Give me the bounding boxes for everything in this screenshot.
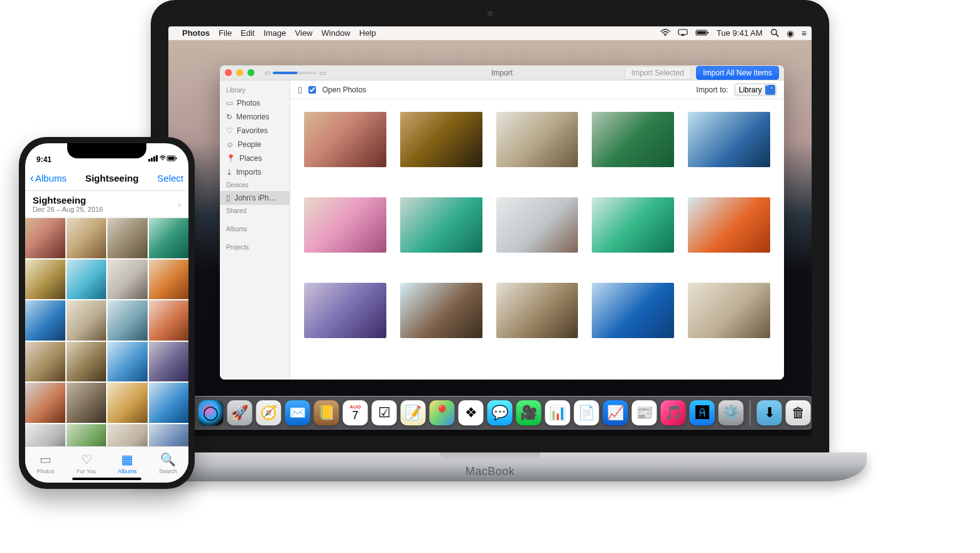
dock-facetime[interactable]: 🎥 bbox=[516, 400, 542, 425]
sidebar-section-projects[interactable]: Projects bbox=[220, 235, 290, 253]
open-photos-checkbox[interactable] bbox=[308, 86, 316, 94]
dock-downloads[interactable]: ⬇ bbox=[757, 400, 782, 425]
home-indicator[interactable] bbox=[72, 478, 141, 480]
photo-cell[interactable] bbox=[107, 424, 148, 447]
photo-cell[interactable] bbox=[149, 424, 189, 447]
sidebar-item-imports[interactable]: ⤓Imports bbox=[220, 165, 290, 179]
dock-messages[interactable]: 💬 bbox=[487, 400, 513, 425]
close-window-button[interactable] bbox=[225, 69, 232, 76]
photo-cell[interactable] bbox=[67, 260, 107, 300]
dock-appstore[interactable]: 🅰 bbox=[690, 400, 715, 425]
photo-cell[interactable] bbox=[107, 300, 148, 341]
dock-notes[interactable]: 📝 bbox=[401, 400, 426, 425]
import-thumbnail[interactable] bbox=[496, 283, 579, 338]
select-button[interactable]: Select bbox=[157, 173, 183, 183]
dock-photos[interactable]: ❖ bbox=[459, 400, 484, 425]
dock-contacts[interactable]: 📒 bbox=[314, 400, 339, 425]
tab-for-you[interactable]: ♡ For You bbox=[66, 447, 107, 479]
dock-trash[interactable]: 🗑 bbox=[786, 400, 811, 425]
import-thumbnail[interactable] bbox=[592, 112, 674, 167]
menubar-clock[interactable]: Tue 9:41 AM bbox=[717, 28, 763, 38]
photo-cell[interactable] bbox=[149, 383, 189, 423]
menubar-app-name[interactable]: Photos bbox=[182, 28, 210, 38]
menubar-item-image[interactable]: Image bbox=[263, 28, 286, 38]
dock-keynote[interactable]: 📈 bbox=[603, 400, 628, 425]
photo-cell[interactable] bbox=[149, 260, 189, 300]
sidebar-item-memories[interactable]: ↻Memories bbox=[220, 110, 290, 124]
dock-reminders[interactable]: ☑ bbox=[372, 400, 397, 425]
import-thumbnail[interactable] bbox=[304, 197, 386, 253]
menubar-item-file[interactable]: File bbox=[219, 28, 232, 38]
menubar-item-window[interactable]: Window bbox=[322, 28, 351, 38]
import-all-button[interactable]: Import All New Items bbox=[696, 66, 779, 80]
menubar-item-help[interactable]: Help bbox=[359, 28, 376, 38]
photo-cell[interactable] bbox=[25, 342, 65, 382]
fullscreen-window-button[interactable] bbox=[248, 69, 254, 76]
airplay-icon[interactable] bbox=[678, 29, 688, 38]
tab-search[interactable]: 🔍 Search bbox=[148, 447, 188, 479]
photo-cell[interactable] bbox=[67, 424, 107, 447]
photo-cell[interactable] bbox=[67, 218, 107, 258]
dock-safari[interactable]: 🧭 bbox=[256, 400, 281, 425]
thumbnail-size-slider[interactable]: ▭ ▭ bbox=[264, 68, 326, 77]
menubar-item-view[interactable]: View bbox=[295, 28, 313, 38]
tab-photos[interactable]: ▭ Photos bbox=[25, 447, 66, 479]
minimize-window-button[interactable] bbox=[236, 69, 243, 76]
spotlight-icon[interactable] bbox=[770, 28, 779, 38]
import-thumbnail[interactable] bbox=[304, 112, 386, 167]
siri-icon[interactable]: ◉ bbox=[787, 29, 794, 38]
import-thumbnail[interactable] bbox=[688, 283, 770, 338]
dock-pages[interactable]: 📄 bbox=[574, 400, 599, 425]
dock-preferences[interactable]: ⚙️ bbox=[719, 400, 744, 425]
photo-cell[interactable] bbox=[149, 218, 189, 258]
dock-itunes[interactable]: 🎵 bbox=[661, 400, 686, 425]
sidebar-item-places[interactable]: 📍Places bbox=[220, 151, 290, 165]
import-to-select[interactable]: Library bbox=[734, 84, 776, 96]
tab-albums[interactable]: ▦ Albums bbox=[107, 447, 148, 479]
photo-cell[interactable] bbox=[25, 218, 65, 258]
photo-cell[interactable] bbox=[107, 383, 148, 423]
dock-news[interactable]: 📰 bbox=[632, 400, 657, 425]
sidebar-item-device[interactable]: ▯John's iPh… bbox=[220, 191, 290, 205]
photo-cell[interactable] bbox=[67, 383, 107, 423]
import-selected-button[interactable]: Import Selected bbox=[624, 66, 691, 80]
sidebar-item-favorites[interactable]: ♡Favorites bbox=[220, 124, 290, 138]
photo-cell[interactable] bbox=[25, 300, 65, 341]
photo-cell[interactable] bbox=[25, 260, 65, 300]
photo-cell[interactable] bbox=[107, 342, 148, 382]
import-thumbnail[interactable] bbox=[400, 112, 482, 167]
control-center-icon[interactable]: ≡ bbox=[802, 29, 807, 38]
photo-cell[interactable] bbox=[25, 383, 65, 423]
back-button[interactable]: ‹ Albums bbox=[30, 172, 67, 185]
photo-cell[interactable] bbox=[107, 218, 148, 258]
album-header-row[interactable]: Sightseeing Dec 26 – Aug 25, 2016 › bbox=[25, 191, 188, 217]
battery-icon[interactable] bbox=[695, 29, 709, 38]
import-thumbnail[interactable] bbox=[496, 197, 579, 253]
window-titlebar[interactable]: ▭ ▭ Import Import Selected Import All Ne… bbox=[220, 65, 784, 80]
photo-cell[interactable] bbox=[107, 260, 148, 300]
import-thumbnail[interactable] bbox=[592, 197, 674, 253]
sidebar-section-albums[interactable]: Albums bbox=[220, 217, 290, 235]
import-thumbnail[interactable] bbox=[304, 283, 386, 338]
import-thumbnail[interactable] bbox=[688, 112, 770, 167]
photo-cell[interactable] bbox=[25, 424, 65, 447]
import-thumbnail[interactable] bbox=[400, 197, 482, 253]
sidebar-item-photos[interactable]: ▭Photos bbox=[220, 96, 290, 110]
dock-mail[interactable]: ✉️ bbox=[285, 400, 310, 425]
macos-dock[interactable]: 🙂◯🚀🧭✉️📒AUG7☑📝📍❖💬🎥📊📄📈📰🎵🅰⚙️⬇🗑 bbox=[168, 396, 812, 430]
sidebar-item-people[interactable]: ☺People bbox=[220, 138, 290, 151]
dock-numbers[interactable]: 📊 bbox=[545, 400, 570, 425]
dock-launchpad[interactable]: 🚀 bbox=[227, 400, 253, 425]
import-thumbnail[interactable] bbox=[400, 283, 482, 338]
photo-cell[interactable] bbox=[67, 342, 107, 382]
dock-siri[interactable]: ◯ bbox=[199, 400, 224, 425]
wifi-icon[interactable] bbox=[660, 29, 670, 38]
import-thumbnail[interactable] bbox=[496, 112, 579, 167]
menubar-item-edit[interactable]: Edit bbox=[241, 28, 254, 38]
dock-calendar[interactable]: AUG7 bbox=[343, 400, 368, 425]
dock-maps[interactable]: 📍 bbox=[430, 400, 455, 425]
import-thumbnail[interactable] bbox=[592, 283, 674, 338]
import-thumbnail[interactable] bbox=[688, 197, 770, 253]
photo-cell[interactable] bbox=[67, 300, 107, 341]
photo-cell[interactable] bbox=[149, 342, 189, 382]
